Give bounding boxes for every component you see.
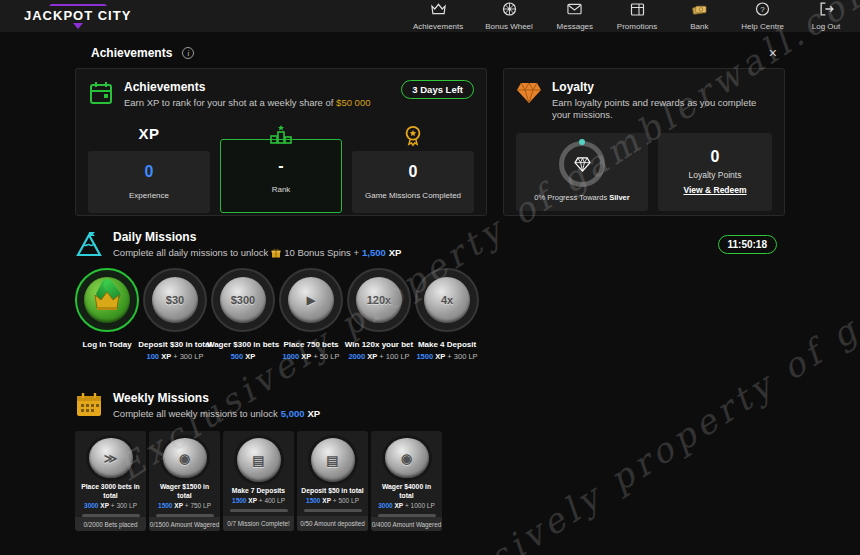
nav-promotions[interactable]: Promotions	[617, 2, 657, 31]
logo-text: JACKPOT CITY	[24, 9, 131, 22]
progress-bar	[230, 509, 288, 512]
mission-emblem-icon: ◉	[385, 438, 429, 478]
gift-icon	[271, 248, 281, 258]
logo-diamond-top	[47, 4, 108, 8]
daily-missions-subtitle: Complete all daily missions to unlock 10…	[113, 247, 401, 258]
loyalty-progress-ring	[559, 141, 605, 187]
rank-card: - Rank	[220, 139, 342, 213]
achievements-page: Achievements i × Achievements Earn XP to…	[0, 32, 860, 531]
nav-log-out[interactable]: Log Out	[806, 2, 846, 31]
page-header: Achievements i ×	[91, 46, 785, 60]
daily-missions-title: Daily Missions	[113, 230, 401, 244]
achievements-panel-title: Achievements	[124, 80, 370, 94]
weekly-missions-header: Weekly Missions Complete all weekly miss…	[75, 391, 785, 419]
page-title: Achievements	[91, 46, 172, 60]
progress-bar	[304, 509, 362, 512]
achievements-panel: Achievements Earn XP to rank for your sh…	[75, 68, 487, 216]
nav-bonus-wheel[interactable]: Bonus Wheel	[485, 2, 533, 31]
weekly-missions-row: ≫ Place 3000 bets in total 3000 XP + 300…	[75, 431, 785, 531]
mission-progress-text: 0/4000 Amount Wagered	[371, 517, 442, 531]
game-missions-card: 0 Game Missions Completed	[352, 151, 474, 213]
loyalty-diamond-icon	[516, 80, 542, 106]
daily-mission-login[interactable]: Log In Today	[73, 268, 141, 361]
experience-label: Experience	[129, 191, 169, 200]
weekly-mission-deposits7[interactable]: ▤ Make 7 Deposits 1500 XP + 400 LP 0/7 M…	[223, 431, 294, 531]
green-calendar-icon	[88, 80, 114, 106]
loyalty-panel: Loyalty Earn loyalty points and rewards …	[503, 68, 785, 216]
top-nav: Achievements Bonus Wheel Messages Promot…	[413, 2, 846, 31]
rank-label: Rank	[272, 185, 291, 194]
svg-text:?: ?	[760, 4, 765, 13]
achievements-panel-subtitle: Earn XP to rank for your shot at a weekl…	[124, 97, 370, 109]
mission-progress-text: 0/1500 Amount Wagered	[149, 517, 220, 531]
daily-mission-wager300[interactable]: $300 Wager $300 in bets 500 XP	[209, 268, 277, 361]
mission-progress-text: 0/50 Amount deposited	[297, 516, 368, 531]
loyalty-points-card: 0 Loyalty Points View & Redeem	[658, 133, 772, 211]
mission-emblem-icon: ◉	[163, 438, 207, 478]
close-icon[interactable]: ×	[769, 46, 777, 60]
rank-value: -	[278, 157, 283, 175]
podium-icon	[269, 124, 293, 144]
mission-badge-locked: $300	[211, 268, 275, 332]
nav-messages[interactable]: Messages	[555, 2, 595, 31]
weekly-mission-bets[interactable]: ≫ Place 3000 bets in total 3000 XP + 300…	[75, 431, 146, 531]
mission-badge-locked: ▶	[279, 268, 343, 332]
loyalty-panel-subtitle: Earn loyalty points and rewards as you c…	[552, 97, 772, 121]
loyalty-progress-card: 0% Progress Towards Silver	[516, 133, 648, 211]
daily-mission-place750[interactable]: ▶ Place 750 bets 1000 XP + 50 LP	[277, 268, 345, 361]
nav-bank[interactable]: Bank	[679, 2, 719, 31]
mission-emblem-icon: ≫	[89, 438, 133, 478]
loyalty-progress-caption: 0% Progress Towards Silver	[534, 193, 629, 202]
daily-mission-win120x[interactable]: 120x Win 120x your bet 2000 XP + 100 LP	[345, 268, 413, 361]
game-missions-value: 0	[409, 163, 418, 181]
daily-mission-deposits4[interactable]: 4x Make 4 Deposit 1500 XP + 300 LP	[413, 268, 481, 361]
summary-panels: Achievements Earn XP to rank for your sh…	[75, 68, 785, 216]
loyalty-panel-title: Loyalty	[552, 80, 772, 94]
weekly-mission-wager1500[interactable]: ◉ Wager $1500 in total 1500 XP + 750 LP …	[149, 431, 220, 531]
weekly-missions-title: Weekly Missions	[113, 391, 320, 405]
experience-value: 0	[145, 163, 154, 181]
loyalty-points-label: Loyalty Points	[689, 170, 742, 180]
prize-amount: $50 000	[336, 97, 370, 108]
nav-help-centre[interactable]: ? Help Centre	[741, 2, 784, 31]
mission-badge-locked: $30	[143, 268, 207, 332]
daily-missions-header: Daily Missions Complete all daily missio…	[75, 230, 785, 258]
mission-badge-locked: 4x	[415, 268, 479, 332]
weekly-mission-wager4000[interactable]: ◉ Wager $4000 in total 3000 XP + 1000 LP…	[371, 431, 442, 531]
mission-progress-text: 0/2000 Bets placed	[75, 517, 146, 531]
nav-achievements[interactable]: Achievements	[413, 2, 463, 31]
top-bar: JACKPOT CITY Achievements Bonus Wheel Me…	[0, 0, 860, 32]
days-left-badge: 3 Days Left	[401, 80, 474, 99]
daily-missions-row: Log In Today $30 Deposit $30 in total 10…	[73, 268, 785, 361]
weekly-missions-subtitle: Complete all weekly missions to unlock 5…	[113, 408, 320, 419]
info-icon[interactable]: i	[182, 47, 194, 59]
mission-badge-locked: 120x	[347, 268, 411, 332]
envelope-icon	[567, 2, 582, 20]
jackpotcity-logo[interactable]: JACKPOT CITY	[24, 4, 131, 29]
progress-dot	[579, 139, 585, 145]
experience-card: XP 0 Experience	[88, 151, 210, 213]
diamond-icon	[574, 157, 591, 172]
xp-icon: XP	[138, 125, 159, 142]
mission-emblem-icon: ▤	[311, 438, 355, 482]
weekly-mission-deposit50[interactable]: ▤ Deposit $50 in total 1500 XP + 500 LP …	[297, 431, 368, 531]
logout-icon	[819, 2, 834, 20]
stats-row: XP 0 Experience - Rank 0 Game Missions C…	[88, 139, 474, 213]
wheel-icon	[502, 2, 517, 20]
crown-badge-icon	[92, 290, 122, 310]
banknotes-icon	[692, 2, 707, 20]
mission-flag-icon	[75, 231, 103, 257]
view-redeem-link[interactable]: View & Redeem	[683, 185, 746, 195]
question-circle-icon: ?	[755, 2, 770, 20]
daily-mission-deposit30[interactable]: $30 Deposit $30 in total 100 XP + 300 LP	[141, 268, 209, 361]
logo-diamond-bottom	[73, 23, 83, 29]
game-missions-label: Game Missions Completed	[365, 191, 461, 200]
calendar-icon	[630, 2, 645, 20]
loyalty-points-value: 0	[711, 148, 720, 166]
medal-icon	[403, 125, 423, 147]
crown-icon	[431, 2, 446, 20]
mission-badge-completed	[75, 268, 139, 332]
mission-progress-text: 0/7 Mission Complete!	[223, 516, 294, 531]
gold-calendar-icon	[75, 392, 103, 418]
daily-timer: 11:50:18	[718, 235, 777, 254]
